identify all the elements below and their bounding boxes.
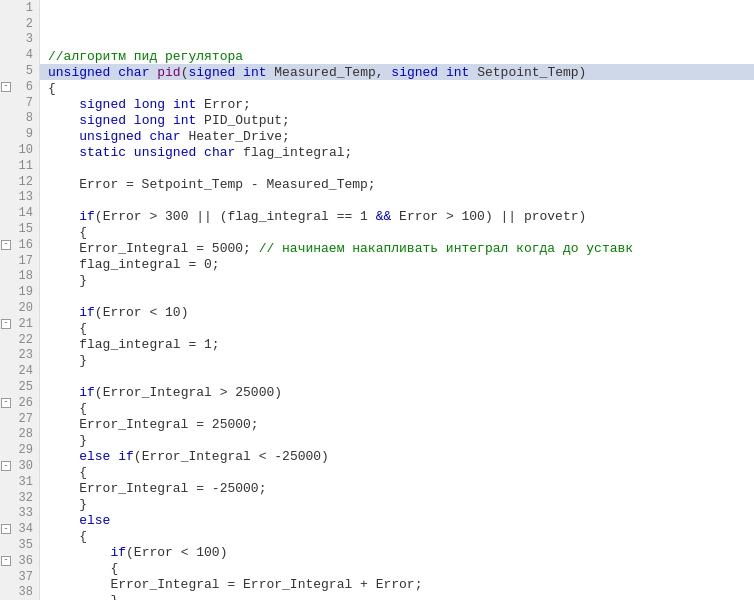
fold-icon-36[interactable]: -	[1, 556, 11, 566]
code-token: static	[79, 145, 126, 160]
fold-icon-16[interactable]: -	[1, 240, 11, 250]
fold-icon-34[interactable]: -	[1, 524, 11, 534]
code-token	[110, 449, 118, 464]
code-token: {	[48, 401, 87, 416]
code-line-15: {	[40, 224, 754, 240]
code-token: Error_Integral = Error_Integral + Error;	[48, 577, 422, 592]
code-token: signed	[391, 65, 438, 80]
code-token: }	[48, 593, 118, 601]
code-token	[235, 65, 243, 80]
code-line-18: }	[40, 272, 754, 288]
code-token: if	[79, 385, 95, 400]
code-line-37: Error_Integral = Error_Integral + Error;	[40, 576, 754, 592]
code-line-2	[40, 16, 754, 32]
fold-icon-26[interactable]: -	[1, 398, 11, 408]
code-token: &&	[376, 209, 392, 224]
code-line-22: flag_integral = 1;	[40, 336, 754, 352]
code-token: unsigned	[134, 145, 196, 160]
line-number-14: 14	[0, 205, 39, 221]
line-number-35: 35	[0, 537, 39, 553]
code-token	[48, 513, 79, 528]
code-token: Error = Setpoint_Temp - Measured_Temp;	[48, 177, 376, 192]
line-number-2: 2	[0, 16, 39, 32]
code-token: char	[118, 65, 149, 80]
code-line-28: }	[40, 432, 754, 448]
code-token	[48, 97, 79, 112]
code-line-10: static unsigned char flag_integral;	[40, 144, 754, 160]
code-token: int	[243, 65, 266, 80]
code-line-17: flag_integral = 0;	[40, 256, 754, 272]
code-token: int	[173, 97, 196, 112]
code-token	[48, 385, 79, 400]
code-token: Error;	[196, 97, 251, 112]
code-token: int	[446, 65, 469, 80]
code-line-11	[40, 160, 754, 176]
line-number-19: 19	[0, 284, 39, 300]
code-token: {	[48, 529, 87, 544]
line-number-gutter: 123456-78910111213141516-1718192021-2223…	[0, 0, 40, 600]
line-number-7: 7	[0, 95, 39, 111]
code-line-14: if(Error > 300 || (flag_integral == 1 &&…	[40, 208, 754, 224]
code-line-20: if(Error < 10)	[40, 304, 754, 320]
code-token	[48, 305, 79, 320]
code-token	[48, 129, 79, 144]
code-line-6: {	[40, 80, 754, 96]
code-line-8: signed long int PID_Output;	[40, 112, 754, 128]
line-number-6: 6-	[0, 79, 39, 95]
line-number-23: 23	[0, 348, 39, 364]
fold-icon-6[interactable]: -	[1, 82, 11, 92]
line-number-9: 9	[0, 126, 39, 142]
code-line-12: Error = Setpoint_Temp - Measured_Temp;	[40, 176, 754, 192]
code-token: }	[48, 433, 87, 448]
code-token	[126, 145, 134, 160]
code-token: PID_Output;	[196, 113, 290, 128]
line-number-13: 13	[0, 190, 39, 206]
code-token: {	[48, 321, 87, 336]
code-token: char	[204, 145, 235, 160]
line-number-5: 5	[0, 63, 39, 79]
line-number-32: 32	[0, 490, 39, 506]
code-token	[126, 113, 134, 128]
code-line-27: Error_Integral = 25000;	[40, 416, 754, 432]
code-line-19	[40, 288, 754, 304]
code-line-34: {	[40, 528, 754, 544]
code-token	[142, 129, 150, 144]
code-line-4: //алгоритм пид регулятора	[40, 48, 754, 64]
line-number-18: 18	[0, 269, 39, 285]
fold-icon-21[interactable]: -	[1, 319, 11, 329]
code-token: Measured_Temp,	[267, 65, 392, 80]
code-token: Setpoint_Temp)	[469, 65, 586, 80]
line-number-27: 27	[0, 411, 39, 427]
code-token: signed	[79, 113, 126, 128]
code-token: unsigned	[79, 129, 141, 144]
fold-icon-30[interactable]: -	[1, 461, 11, 471]
code-line-35: if(Error < 100)	[40, 544, 754, 560]
code-token: if	[118, 449, 134, 464]
line-number-24: 24	[0, 363, 39, 379]
code-line-7: signed long int Error;	[40, 96, 754, 112]
line-number-16: 16-	[0, 237, 39, 253]
line-number-26: 26-	[0, 395, 39, 411]
code-token: flag_integral;	[235, 145, 352, 160]
code-content-area[interactable]: //алгоритм пид регулятораunsigned char p…	[40, 0, 754, 600]
code-token: pid	[157, 65, 180, 80]
code-token: Error_Integral = 25000;	[48, 417, 259, 432]
code-line-38: }	[40, 592, 754, 600]
line-number-20: 20	[0, 300, 39, 316]
code-token	[48, 209, 79, 224]
code-token: }	[48, 353, 87, 368]
code-token: else	[79, 513, 110, 528]
code-token: char	[149, 129, 180, 144]
code-token: int	[173, 113, 196, 128]
line-number-3: 3	[0, 32, 39, 48]
code-token: Error_Integral = -25000;	[48, 481, 266, 496]
code-token: Heater_Drive;	[181, 129, 290, 144]
code-line-32: }	[40, 496, 754, 512]
code-token: {	[48, 561, 118, 576]
line-number-36: 36-	[0, 553, 39, 569]
line-number-31: 31	[0, 474, 39, 490]
line-number-29: 29	[0, 442, 39, 458]
code-line-3	[40, 32, 754, 48]
code-token	[126, 97, 134, 112]
code-token	[48, 449, 79, 464]
